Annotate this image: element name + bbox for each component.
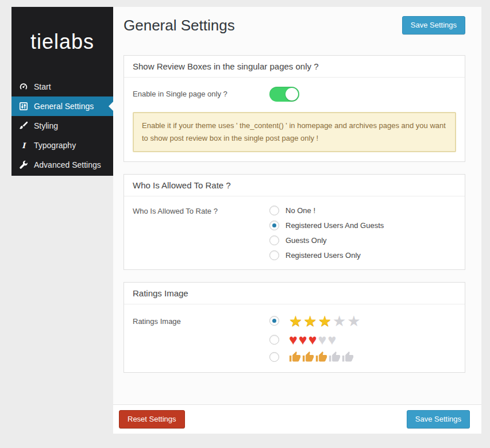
sidebar-item-label: General Settings bbox=[34, 102, 94, 111]
page-title: General Settings bbox=[124, 16, 235, 36]
settings-page: tielabs Start General Settings Styling I bbox=[0, 0, 490, 448]
radio-option-registered-only[interactable]: Registered Users Only bbox=[269, 250, 384, 260]
ratings-image-label: Ratings Image bbox=[133, 317, 269, 326]
panel-title: Ratings Image bbox=[124, 283, 465, 304]
star-icon: ★ bbox=[303, 314, 317, 329]
thumb-icon bbox=[342, 351, 354, 363]
radio-icon bbox=[269, 206, 279, 215]
save-settings-button-bottom[interactable]: Save Settings bbox=[407, 410, 470, 428]
heart-icon: ♥ bbox=[289, 333, 298, 347]
star-icon: ★ bbox=[318, 314, 331, 329]
sidebar-item-label: Styling bbox=[34, 121, 58, 130]
who-is-allowed-label: Who Is Allowed To Rate ? bbox=[133, 207, 269, 215]
radio-selected-icon bbox=[269, 221, 279, 230]
footer-bar: Reset Settings Save Settings bbox=[113, 404, 481, 434]
panel-title: Show Review Boxes in the singular pages … bbox=[124, 56, 465, 78]
brush-icon bbox=[19, 121, 28, 130]
radio-icon bbox=[269, 335, 279, 345]
tielabs-logo: tielabs bbox=[11, 7, 113, 77]
hearts-rating-preview: ♥♥♥♥♥ bbox=[289, 333, 336, 347]
radio-option-no-one[interactable]: No One ! bbox=[269, 206, 384, 215]
rating-option-thumbs[interactable] bbox=[269, 351, 361, 363]
thumb-icon bbox=[302, 351, 314, 363]
sliders-icon bbox=[19, 102, 28, 111]
svg-text:I: I bbox=[22, 141, 26, 150]
thumb-icon bbox=[315, 351, 327, 363]
stars-rating-preview: ★★★★★ bbox=[289, 314, 361, 329]
thumbs-rating-preview bbox=[289, 351, 354, 363]
star-icon: ★ bbox=[333, 314, 346, 329]
panel-title: Who Is Allowed To Rate ? bbox=[124, 175, 465, 196]
thumb-icon bbox=[289, 351, 301, 363]
single-page-toggle-label: Enable in Single page only ? bbox=[133, 90, 269, 98]
sidebar-item-general-settings[interactable]: General Settings bbox=[11, 96, 113, 116]
panel-ratings-image: Ratings Image Ratings Image ★★★★★ ♥♥♥♥♥ bbox=[124, 282, 465, 373]
sidebar: tielabs Start General Settings Styling I bbox=[11, 7, 113, 176]
panel-show-review-boxes: Show Review Boxes in the singular pages … bbox=[124, 55, 465, 162]
sidebar-item-label: Advanced Settings bbox=[34, 160, 101, 169]
ratings-image-options: ★★★★★ ♥♥♥♥♥ bbox=[269, 314, 361, 363]
tielabs-logo-text: tielabs bbox=[30, 30, 94, 54]
thumb-icon bbox=[329, 351, 341, 363]
sidebar-item-typography[interactable]: I Typography bbox=[11, 136, 113, 155]
star-icon: ★ bbox=[347, 314, 360, 329]
heart-icon: ♥ bbox=[327, 333, 336, 347]
sidebar-item-label: Typography bbox=[34, 141, 76, 150]
who-is-allowed-options: No One ! Registered Users And Guests Gue… bbox=[269, 206, 384, 260]
radio-selected-icon bbox=[269, 316, 279, 326]
radio-icon bbox=[269, 250, 279, 260]
radio-icon bbox=[269, 352, 279, 362]
gauge-icon bbox=[19, 82, 28, 91]
italic-icon: I bbox=[19, 141, 28, 150]
main-content: General Settings Save Settings Show Revi… bbox=[113, 7, 481, 434]
heart-icon: ♥ bbox=[299, 333, 307, 347]
radio-option-registered-and-guests[interactable]: Registered Users And Guests bbox=[269, 221, 384, 230]
heart-icon: ♥ bbox=[308, 333, 317, 347]
star-icon: ★ bbox=[289, 314, 302, 329]
panel-who-is-allowed: Who Is Allowed To Rate ? Who Is Allowed … bbox=[124, 174, 465, 270]
radio-option-guests-only[interactable]: Guests Only bbox=[269, 235, 384, 245]
reset-settings-button[interactable]: Reset Settings bbox=[119, 410, 185, 428]
single-page-toggle[interactable] bbox=[269, 87, 299, 102]
radio-icon bbox=[269, 235, 279, 245]
sidebar-item-styling[interactable]: Styling bbox=[11, 116, 113, 136]
heart-icon: ♥ bbox=[318, 333, 327, 347]
sidebar-item-label: Start bbox=[34, 82, 51, 91]
wrench-icon bbox=[19, 160, 28, 169]
notice-box: Enable it if your theme uses ' the_conte… bbox=[133, 112, 456, 152]
page-header: General Settings Save Settings bbox=[124, 16, 465, 36]
toggle-knob bbox=[285, 88, 298, 101]
save-settings-button-top[interactable]: Save Settings bbox=[402, 16, 465, 34]
rating-option-hearts[interactable]: ♥♥♥♥♥ bbox=[269, 333, 361, 347]
sidebar-item-start[interactable]: Start bbox=[11, 77, 113, 96]
rating-option-stars[interactable]: ★★★★★ bbox=[269, 314, 361, 329]
sidebar-item-advanced-settings[interactable]: Advanced Settings bbox=[11, 155, 113, 175]
